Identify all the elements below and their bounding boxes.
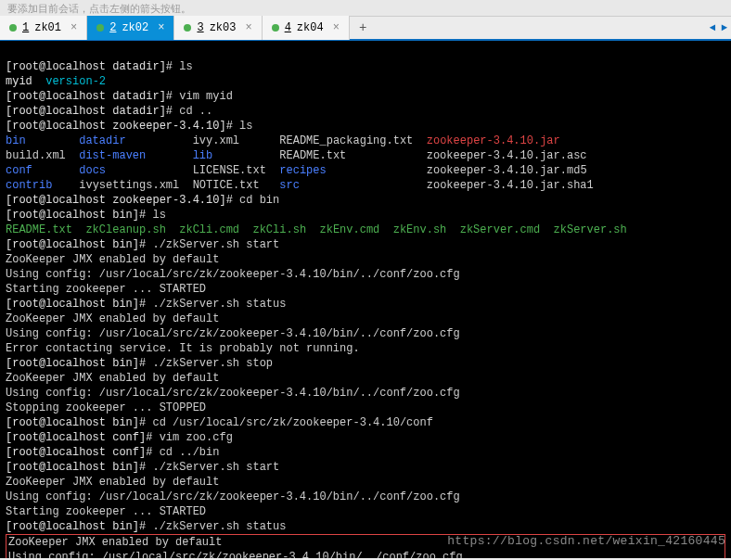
out: ZooKeeper JMX enabled by default [8, 536, 222, 549]
dir: recipes [279, 164, 326, 177]
dir: datadir [79, 134, 125, 147]
top-hint: 要添加目前会话，点击左侧的箭头按钮。 [0, 0, 731, 17]
file: zkServer.sh [554, 223, 627, 236]
cmd: ./zkServer.sh start [152, 238, 279, 251]
tab-zk03[interactable]: 3 zk03 × [174, 16, 262, 40]
file: ivy.xml [193, 134, 239, 147]
out: ZooKeeper JMX enabled by default [6, 372, 219, 385]
out: ZooKeeper JMX enabled by default [6, 312, 219, 325]
file: build.xml [6, 149, 66, 162]
prompt: [root@localhost bin]# [6, 209, 152, 222]
status-dot-icon [9, 24, 17, 32]
cmd: cd /usr/local/src/zk/zookeeper-3.4.10/co… [152, 416, 432, 429]
tab-label: zk02 [122, 21, 148, 34]
tab-zk01[interactable]: 1 zk01 × [0, 16, 87, 40]
out: Starting zookeeper ... STARTED [6, 505, 206, 518]
file: LICENSE.txt [193, 164, 266, 177]
prompt: [root@localhost bin]# [6, 357, 152, 370]
close-icon[interactable]: × [245, 21, 251, 34]
out: Using config: /usr/local/src/zk/zookeepe… [6, 268, 460, 281]
tab-label: zk03 [210, 21, 237, 34]
file: README.txt [6, 223, 72, 236]
tab-num: 3 [197, 21, 203, 34]
cmd: cd .. [179, 105, 212, 118]
close-icon[interactable]: × [333, 21, 340, 34]
file: zookeeper-3.4.10.jar.asc [427, 149, 587, 162]
dir: lib [193, 149, 213, 162]
out: Using config: /usr/local/src/zk/zookeepe… [8, 551, 463, 558]
prompt: [root@localhost datadir]# [6, 105, 179, 118]
file: zkEnv.sh [393, 223, 447, 236]
out: version-2 [45, 75, 106, 88]
cmd: ls [152, 209, 165, 222]
prompt: [root@localhost bin]# [6, 298, 152, 311]
file: zookeeper-3.4.10.jar.md5 [427, 164, 587, 177]
dir: dist-maven [79, 149, 146, 162]
tab-num: 1 [22, 21, 29, 34]
cmd: vim zoo.cfg [160, 431, 233, 444]
prompt: [root@localhost zookeeper-3.4.10]# [6, 120, 239, 133]
file: zkCleanup.sh [85, 223, 165, 236]
tab-label: zk01 [34, 21, 61, 34]
dir: bin [6, 134, 26, 147]
cmd: ls [179, 60, 192, 73]
tab-bar: 1 zk01 × 2 zk02 × 3 zk03 × 4 zk04 × + ◄ … [0, 17, 731, 41]
highlight-box: ZooKeeper JMX enabled by default Using c… [6, 534, 725, 558]
tab-label: zk04 [297, 21, 324, 34]
out: Stopping zookeeper ... STOPPED [6, 401, 206, 414]
cmd: cd ../bin [160, 446, 220, 459]
prompt: [root@localhost datadir]# [6, 60, 179, 73]
out: ZooKeeper JMX enabled by default [6, 476, 219, 489]
cmd: ls [239, 120, 252, 133]
close-icon[interactable]: × [71, 21, 77, 34]
dir: src [279, 179, 300, 192]
prompt: [root@localhost zookeeper-3.4.10]# [6, 194, 239, 207]
prompt: [root@localhost datadir]# [6, 90, 179, 103]
file: README.txt [279, 149, 346, 162]
out: Using config: /usr/local/src/zk/zookeepe… [6, 490, 460, 503]
prompt: [root@localhost bin]# [6, 520, 152, 533]
tab-num: 4 [285, 21, 291, 34]
cmd: vim myid [179, 90, 233, 103]
out: Using config: /usr/local/src/zk/zookeepe… [6, 327, 460, 340]
tab-zk04[interactable]: 4 zk04 × [263, 16, 350, 40]
tab-zk02[interactable]: 2 zk02 × [87, 16, 174, 40]
prompt: [root@localhost conf]# [6, 446, 160, 459]
file: NOTICE.txt [193, 179, 260, 192]
dir: contrib [6, 179, 52, 192]
close-icon[interactable]: × [158, 21, 164, 34]
prompt: [root@localhost bin]# [6, 416, 152, 429]
file: README_packaging.txt [279, 134, 413, 147]
file: zkServer.cmd [460, 223, 540, 236]
nav-left-icon[interactable]: ◄ [710, 22, 716, 33]
cmd: ./zkServer.sh start [152, 461, 279, 474]
tab-num: 2 [109, 21, 116, 34]
out: Starting zookeeper ... STARTED [6, 283, 206, 296]
out: Using config: /usr/local/src/zk/zookeepe… [6, 387, 460, 400]
dir: docs [79, 164, 106, 177]
out: myid [6, 75, 45, 88]
prompt: [root@localhost bin]# [6, 238, 152, 251]
cmd: ./zkServer.sh stop [152, 357, 273, 370]
cmd: cd bin [239, 194, 279, 207]
prompt: [root@localhost conf]# [6, 431, 160, 444]
status-dot-icon [96, 24, 104, 32]
dir: conf [6, 164, 32, 177]
cmd: ./zkServer.sh status [152, 520, 286, 533]
file: zkCli.sh [252, 223, 306, 236]
add-tab-button[interactable]: + [350, 17, 376, 39]
out: ZooKeeper JMX enabled by default [6, 253, 219, 266]
nav-right-icon[interactable]: ► [721, 22, 727, 33]
cmd: ./zkServer.sh status [152, 298, 286, 311]
file: zkEnv.cmd [319, 223, 379, 236]
file: zookeeper-3.4.10.jar.sha1 [427, 179, 594, 192]
prompt: [root@localhost bin]# [6, 461, 152, 474]
out: Error contacting service. It is probably… [6, 342, 360, 355]
status-dot-icon [184, 24, 191, 32]
terminal[interactable]: [root@localhost datadir]# ls myid versio… [0, 41, 731, 558]
file: zookeeper-3.4.10.jar [427, 134, 560, 147]
file: ivysettings.xml [79, 179, 179, 192]
file: zkCli.cmd [179, 223, 239, 236]
status-dot-icon [272, 24, 279, 32]
